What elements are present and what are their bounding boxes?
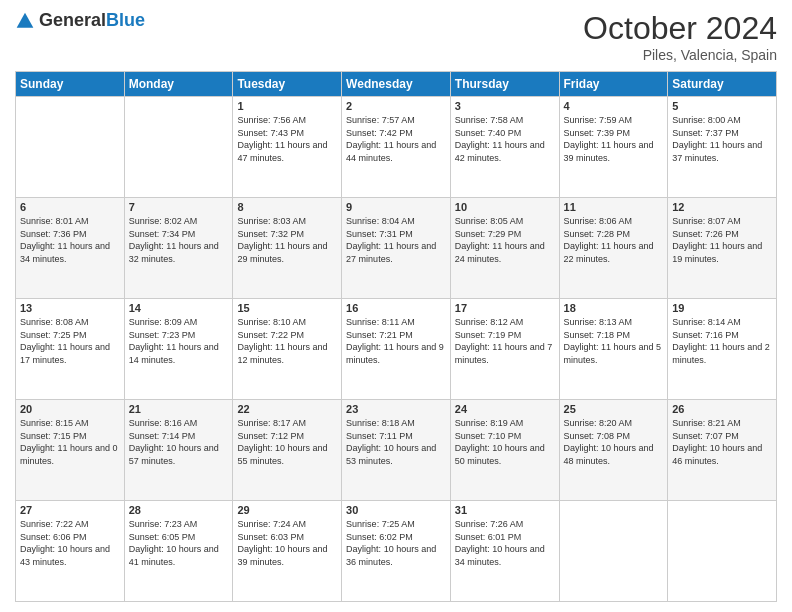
day-number: 8 <box>237 201 337 213</box>
svg-marker-0 <box>17 12 34 27</box>
calendar-cell <box>668 501 777 602</box>
day-number: 4 <box>564 100 664 112</box>
day-number: 1 <box>237 100 337 112</box>
day-detail: Sunrise: 8:10 AMSunset: 7:22 PMDaylight:… <box>237 316 337 366</box>
day-number: 6 <box>20 201 120 213</box>
day-number: 19 <box>672 302 772 314</box>
calendar-cell: 30Sunrise: 7:25 AMSunset: 6:02 PMDayligh… <box>342 501 451 602</box>
weekday-header-monday: Monday <box>124 72 233 97</box>
calendar-week-row: 20Sunrise: 8:15 AMSunset: 7:15 PMDayligh… <box>16 400 777 501</box>
calendar-cell: 23Sunrise: 8:18 AMSunset: 7:11 PMDayligh… <box>342 400 451 501</box>
calendar-cell: 28Sunrise: 7:23 AMSunset: 6:05 PMDayligh… <box>124 501 233 602</box>
day-detail: Sunrise: 8:14 AMSunset: 7:16 PMDaylight:… <box>672 316 772 366</box>
logo-icon <box>15 11 35 31</box>
day-detail: Sunrise: 8:08 AMSunset: 7:25 PMDaylight:… <box>20 316 120 366</box>
day-number: 23 <box>346 403 446 415</box>
day-number: 29 <box>237 504 337 516</box>
day-detail: Sunrise: 8:13 AMSunset: 7:18 PMDaylight:… <box>564 316 664 366</box>
day-detail: Sunrise: 7:26 AMSunset: 6:01 PMDaylight:… <box>455 518 555 568</box>
day-detail: Sunrise: 7:56 AMSunset: 7:43 PMDaylight:… <box>237 114 337 164</box>
calendar-cell <box>559 501 668 602</box>
day-number: 18 <box>564 302 664 314</box>
day-detail: Sunrise: 8:09 AMSunset: 7:23 PMDaylight:… <box>129 316 229 366</box>
calendar-cell: 3Sunrise: 7:58 AMSunset: 7:40 PMDaylight… <box>450 97 559 198</box>
day-number: 13 <box>20 302 120 314</box>
weekday-header-sunday: Sunday <box>16 72 125 97</box>
day-detail: Sunrise: 8:05 AMSunset: 7:29 PMDaylight:… <box>455 215 555 265</box>
day-number: 2 <box>346 100 446 112</box>
day-number: 16 <box>346 302 446 314</box>
calendar-cell: 16Sunrise: 8:11 AMSunset: 7:21 PMDayligh… <box>342 299 451 400</box>
calendar-cell: 15Sunrise: 8:10 AMSunset: 7:22 PMDayligh… <box>233 299 342 400</box>
day-detail: Sunrise: 7:58 AMSunset: 7:40 PMDaylight:… <box>455 114 555 164</box>
calendar-cell: 25Sunrise: 8:20 AMSunset: 7:08 PMDayligh… <box>559 400 668 501</box>
day-detail: Sunrise: 8:01 AMSunset: 7:36 PMDaylight:… <box>20 215 120 265</box>
day-number: 10 <box>455 201 555 213</box>
calendar-cell: 2Sunrise: 7:57 AMSunset: 7:42 PMDaylight… <box>342 97 451 198</box>
day-number: 26 <box>672 403 772 415</box>
logo-general: GeneralBlue <box>39 10 145 31</box>
location-subtitle: Piles, Valencia, Spain <box>583 47 777 63</box>
day-number: 3 <box>455 100 555 112</box>
calendar-cell: 21Sunrise: 8:16 AMSunset: 7:14 PMDayligh… <box>124 400 233 501</box>
calendar-cell: 20Sunrise: 8:15 AMSunset: 7:15 PMDayligh… <box>16 400 125 501</box>
calendar-cell: 31Sunrise: 7:26 AMSunset: 6:01 PMDayligh… <box>450 501 559 602</box>
day-number: 14 <box>129 302 229 314</box>
calendar-cell <box>16 97 125 198</box>
calendar-cell: 4Sunrise: 7:59 AMSunset: 7:39 PMDaylight… <box>559 97 668 198</box>
calendar-cell: 9Sunrise: 8:04 AMSunset: 7:31 PMDaylight… <box>342 198 451 299</box>
day-detail: Sunrise: 7:59 AMSunset: 7:39 PMDaylight:… <box>564 114 664 164</box>
day-detail: Sunrise: 7:25 AMSunset: 6:02 PMDaylight:… <box>346 518 446 568</box>
weekday-header-wednesday: Wednesday <box>342 72 451 97</box>
day-number: 9 <box>346 201 446 213</box>
calendar-week-row: 1Sunrise: 7:56 AMSunset: 7:43 PMDaylight… <box>16 97 777 198</box>
weekday-header-saturday: Saturday <box>668 72 777 97</box>
day-detail: Sunrise: 8:15 AMSunset: 7:15 PMDaylight:… <box>20 417 120 467</box>
day-detail: Sunrise: 8:21 AMSunset: 7:07 PMDaylight:… <box>672 417 772 467</box>
day-detail: Sunrise: 8:00 AMSunset: 7:37 PMDaylight:… <box>672 114 772 164</box>
month-title: October 2024 <box>583 10 777 47</box>
day-detail: Sunrise: 8:02 AMSunset: 7:34 PMDaylight:… <box>129 215 229 265</box>
calendar-cell: 6Sunrise: 8:01 AMSunset: 7:36 PMDaylight… <box>16 198 125 299</box>
calendar-cell: 10Sunrise: 8:05 AMSunset: 7:29 PMDayligh… <box>450 198 559 299</box>
day-detail: Sunrise: 8:17 AMSunset: 7:12 PMDaylight:… <box>237 417 337 467</box>
day-detail: Sunrise: 7:57 AMSunset: 7:42 PMDaylight:… <box>346 114 446 164</box>
day-detail: Sunrise: 8:03 AMSunset: 7:32 PMDaylight:… <box>237 215 337 265</box>
day-detail: Sunrise: 8:07 AMSunset: 7:26 PMDaylight:… <box>672 215 772 265</box>
day-detail: Sunrise: 8:20 AMSunset: 7:08 PMDaylight:… <box>564 417 664 467</box>
calendar-cell: 12Sunrise: 8:07 AMSunset: 7:26 PMDayligh… <box>668 198 777 299</box>
day-detail: Sunrise: 8:11 AMSunset: 7:21 PMDaylight:… <box>346 316 446 366</box>
day-detail: Sunrise: 7:22 AMSunset: 6:06 PMDaylight:… <box>20 518 120 568</box>
day-number: 7 <box>129 201 229 213</box>
day-number: 28 <box>129 504 229 516</box>
day-detail: Sunrise: 8:06 AMSunset: 7:28 PMDaylight:… <box>564 215 664 265</box>
day-number: 17 <box>455 302 555 314</box>
day-detail: Sunrise: 7:23 AMSunset: 6:05 PMDaylight:… <box>129 518 229 568</box>
weekday-header-tuesday: Tuesday <box>233 72 342 97</box>
weekday-header-friday: Friday <box>559 72 668 97</box>
calendar-cell: 14Sunrise: 8:09 AMSunset: 7:23 PMDayligh… <box>124 299 233 400</box>
day-number: 30 <box>346 504 446 516</box>
calendar-cell: 11Sunrise: 8:06 AMSunset: 7:28 PMDayligh… <box>559 198 668 299</box>
day-detail: Sunrise: 8:16 AMSunset: 7:14 PMDaylight:… <box>129 417 229 467</box>
calendar-cell: 24Sunrise: 8:19 AMSunset: 7:10 PMDayligh… <box>450 400 559 501</box>
day-detail: Sunrise: 8:19 AMSunset: 7:10 PMDaylight:… <box>455 417 555 467</box>
logo: GeneralBlue <box>15 10 145 31</box>
day-number: 25 <box>564 403 664 415</box>
day-number: 21 <box>129 403 229 415</box>
calendar-week-row: 6Sunrise: 8:01 AMSunset: 7:36 PMDaylight… <box>16 198 777 299</box>
day-number: 20 <box>20 403 120 415</box>
day-detail: Sunrise: 8:18 AMSunset: 7:11 PMDaylight:… <box>346 417 446 467</box>
calendar-cell: 27Sunrise: 7:22 AMSunset: 6:06 PMDayligh… <box>16 501 125 602</box>
day-number: 5 <box>672 100 772 112</box>
calendar-cell: 7Sunrise: 8:02 AMSunset: 7:34 PMDaylight… <box>124 198 233 299</box>
calendar-cell <box>124 97 233 198</box>
calendar-cell: 29Sunrise: 7:24 AMSunset: 6:03 PMDayligh… <box>233 501 342 602</box>
day-detail: Sunrise: 7:24 AMSunset: 6:03 PMDaylight:… <box>237 518 337 568</box>
day-number: 24 <box>455 403 555 415</box>
day-number: 27 <box>20 504 120 516</box>
weekday-header-thursday: Thursday <box>450 72 559 97</box>
calendar-week-row: 27Sunrise: 7:22 AMSunset: 6:06 PMDayligh… <box>16 501 777 602</box>
calendar-cell: 22Sunrise: 8:17 AMSunset: 7:12 PMDayligh… <box>233 400 342 501</box>
calendar-cell: 26Sunrise: 8:21 AMSunset: 7:07 PMDayligh… <box>668 400 777 501</box>
